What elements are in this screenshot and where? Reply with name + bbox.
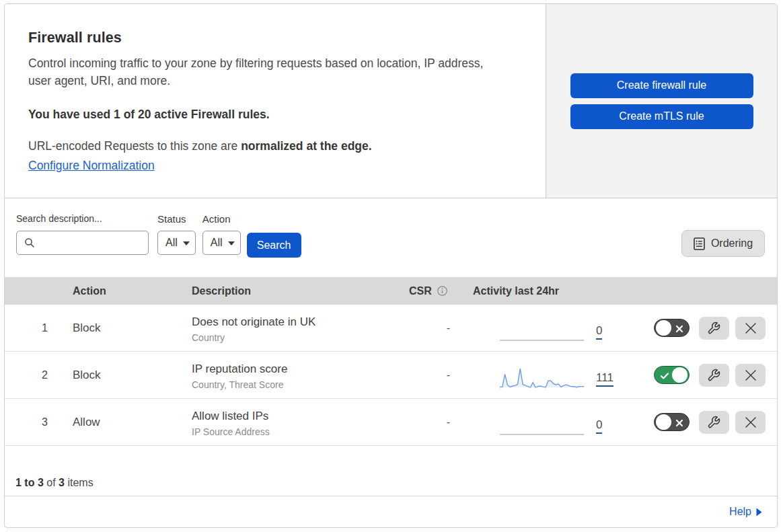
action-group: Action All — [202, 213, 241, 255]
ordering-button[interactable]: Ordering — [681, 230, 765, 257]
toggle-x-icon — [671, 414, 688, 432]
action-label: Action — [202, 213, 241, 225]
activity-count-link[interactable]: 0 — [596, 418, 602, 434]
usage-text: You have used 1 of 20 active Firewall ru… — [28, 108, 519, 122]
search-button[interactable]: Search — [247, 233, 301, 258]
close-icon — [745, 369, 757, 381]
delete-rule-button[interactable] — [735, 364, 766, 387]
search-button-group: Search — [247, 213, 301, 258]
close-icon — [745, 416, 757, 428]
rule-description: Does not originate in UK — [192, 315, 409, 329]
wrench-icon — [707, 415, 721, 429]
column-header-action: Action — [73, 285, 192, 297]
activity-count-link[interactable]: 111 — [596, 371, 613, 387]
rule-fields: Country, Threat Score — [192, 379, 409, 390]
toggle-knob — [672, 367, 687, 383]
create-firewall-rule-button[interactable]: Create firewall rule — [570, 73, 753, 98]
search-icon — [24, 237, 35, 248]
edit-rule-button[interactable] — [699, 317, 729, 340]
rule-enabled-toggle[interactable] — [654, 413, 690, 431]
search-group: Search description... — [16, 213, 149, 255]
pagination-summary: 1 to 3 of 3 items — [5, 446, 777, 496]
rule-description: IP reputation score — [192, 363, 409, 376]
rule-csr: - — [409, 416, 473, 428]
page-title: Firewall rules — [28, 30, 519, 46]
edit-rule-button[interactable] — [699, 411, 729, 434]
chevron-down-icon — [228, 241, 235, 245]
rule-activity-cell: 0 — [473, 408, 647, 436]
toggle-check-icon — [656, 367, 673, 385]
table-row: 2 Block IP reputation score Country, Thr… — [5, 352, 777, 399]
normalization-text: URL-encoded Requests to this zone are no… — [28, 139, 519, 153]
rule-controls — [647, 364, 777, 387]
info-icon[interactable] — [437, 286, 447, 296]
action-select[interactable]: All — [202, 231, 241, 255]
rule-action: Allow — [73, 416, 192, 429]
rule-description: Allow listed IPs — [192, 410, 409, 423]
ordering-list-icon — [694, 237, 705, 250]
rule-fields: IP Source Address — [192, 426, 409, 437]
activity-sparkline — [500, 319, 584, 342]
column-header-activity: Activity last 24hr — [473, 285, 647, 297]
rule-priority: 2 — [5, 369, 73, 381]
items-total: 3 — [59, 477, 65, 488]
close-icon — [745, 322, 757, 334]
rule-description-cell: IP reputation score Country, Threat Scor… — [192, 363, 409, 390]
table-header: Action Description CSR Activity last 24h… — [5, 277, 777, 305]
status-select[interactable]: All — [157, 231, 196, 255]
toggle-x-icon — [671, 319, 688, 338]
toggle-knob — [656, 320, 671, 336]
help-link[interactable]: Help — [729, 506, 762, 518]
toggle-knob — [656, 414, 671, 430]
help-bar: Help — [5, 496, 777, 527]
firewall-rules-card: Firewall rules Control incoming traffic … — [4, 3, 778, 528]
chevron-down-icon — [183, 241, 190, 245]
activity-sparkline — [500, 366, 584, 389]
intro-text: Control incoming traffic to your zone by… — [28, 54, 499, 89]
rule-controls — [647, 317, 777, 340]
rule-csr: - — [409, 369, 473, 381]
table-row: 3 Allow Allow listed IPs IP Source Addre… — [5, 399, 777, 446]
rule-controls — [647, 411, 777, 434]
activity-sparkline — [500, 413, 584, 436]
arrow-right-icon — [756, 508, 762, 517]
rule-enabled-toggle[interactable] — [654, 319, 690, 337]
rule-activity-cell: 0 — [473, 314, 647, 342]
status-value: All — [165, 237, 178, 249]
search-label: Search description... — [16, 213, 149, 225]
table-row: 1 Block Does not originate in UK Country… — [5, 305, 777, 352]
status-label: Status — [157, 213, 196, 225]
rule-description-cell: Does not originate in UK Country — [192, 315, 409, 343]
status-group: Status All — [157, 213, 196, 255]
rule-activity-cell: 111 — [473, 361, 647, 389]
column-header-csr: CSR — [409, 285, 473, 297]
delete-rule-button[interactable] — [735, 411, 766, 434]
column-header-description: Description — [192, 285, 409, 297]
configure-normalization-link[interactable]: Configure Normalization — [28, 159, 155, 173]
rule-fields: Country — [192, 332, 409, 343]
rule-enabled-toggle[interactable] — [654, 366, 690, 384]
normalization-bold: normalized at the edge. — [241, 139, 371, 153]
top-section: Firewall rules Control incoming traffic … — [5, 4, 777, 198]
wrench-icon — [707, 321, 721, 335]
rule-action: Block — [73, 369, 192, 382]
ordering-label: Ordering — [711, 237, 753, 250]
action-value: All — [211, 237, 223, 249]
items-range: 1 to 3 — [15, 477, 44, 488]
create-mtls-rule-button[interactable]: Create mTLS rule — [570, 104, 753, 129]
edit-rule-button[interactable] — [699, 364, 729, 387]
normalization-prefix: URL-encoded Requests to this zone are — [28, 139, 241, 153]
delete-rule-button[interactable] — [735, 317, 766, 340]
rule-description-cell: Allow listed IPs IP Source Address — [192, 410, 409, 437]
rule-action: Block — [73, 321, 192, 335]
rule-priority: 1 — [5, 322, 73, 334]
filter-bar: Search description... Status All Action … — [5, 198, 777, 277]
search-input[interactable] — [40, 231, 148, 254]
rule-csr: - — [409, 322, 473, 334]
create-buttons-panel: Create firewall rule Create mTLS rule — [546, 4, 777, 198]
wrench-icon — [707, 368, 721, 382]
rule-priority: 3 — [5, 416, 73, 428]
search-box — [16, 231, 149, 255]
top-intro-panel: Firewall rules Control incoming traffic … — [5, 4, 546, 198]
activity-count-link[interactable]: 0 — [596, 324, 602, 340]
